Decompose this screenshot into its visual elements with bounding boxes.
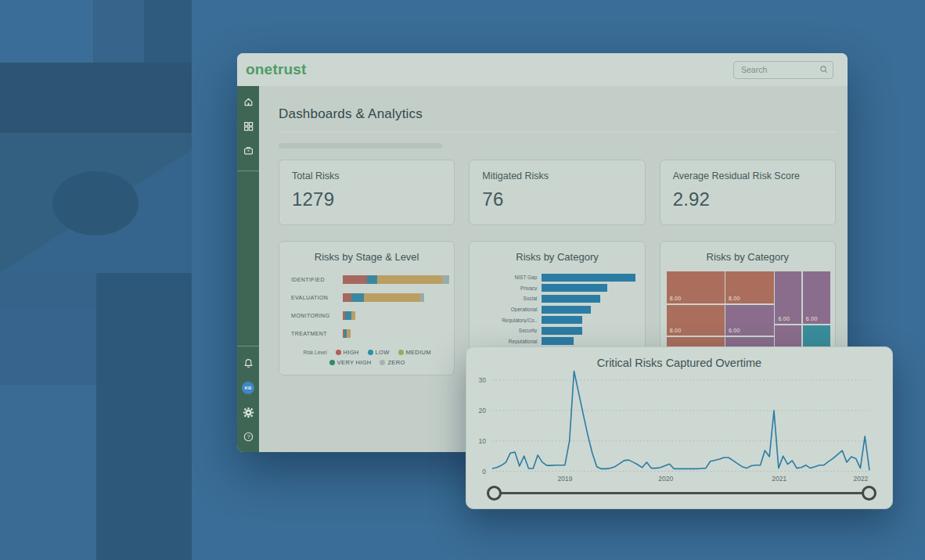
legend-dot (336, 350, 341, 355)
critical-risks-card: Critical Risks Captured Overtime 0102030… (466, 346, 893, 509)
backdrop-rect (96, 273, 192, 560)
category-bar-row: Privacy (476, 283, 635, 294)
treemap-cell: 8.00 (667, 305, 725, 336)
backdrop-rect (0, 385, 96, 560)
chart-title: Risks by Stage & Level (279, 251, 454, 263)
legend-label: VERY HIGH (337, 359, 372, 366)
legend-item: MEDIUM (398, 349, 431, 356)
backdrop-rect (0, 273, 96, 309)
y-axis-tick-label: 0 (482, 468, 486, 476)
sidebar-divider (237, 346, 259, 346)
category-bar (542, 306, 591, 314)
kpi-row: Total Risks 1279 Mitigated Risks 76 Aver… (279, 160, 836, 225)
treemap-cell: 6.00 (725, 305, 774, 336)
treemap-cell: 8.00 (725, 271, 774, 303)
category-label: Privacy (476, 285, 542, 291)
treemap-cell-value: 6.00 (806, 316, 818, 321)
category-label: Social (476, 296, 542, 301)
legend-item: VERY HIGH (329, 359, 372, 366)
time-range-slider-handle-left[interactable] (487, 486, 502, 501)
risk-level-legend: Risk LevelHIGHLOWMEDIUMVERY HIGHZERO (291, 343, 443, 366)
bar-segment-medium (347, 329, 351, 338)
kpi-label: Average Residual Risk Score (673, 171, 822, 181)
legend-dot (398, 350, 404, 355)
sidebar-bottom-group: KB (237, 344, 259, 443)
bar-segment-high (343, 293, 351, 302)
stacked-bar-row: EVALUATION (291, 289, 443, 307)
legend-item: ZERO (380, 359, 405, 366)
sidebar-nav: KB (237, 86, 259, 452)
search-box[interactable] (733, 61, 833, 79)
chart-title: Risks by Category (470, 251, 644, 263)
treemap-cell-value: 6.00 (778, 316, 790, 321)
stacked-bar-chart: IDENTIFIEDEVALUATIONMONITORINGTREATMENTR… (279, 263, 454, 366)
category-bar-row: Social (476, 293, 635, 304)
x-axis-tick-label: 2019 (558, 475, 573, 483)
briefcase-icon[interactable] (243, 145, 254, 156)
stage-label: MONITORING (291, 313, 343, 318)
user-avatar[interactable]: KB (242, 382, 254, 394)
bar-segment-medium (364, 293, 420, 302)
page-title: Dashboards & Analytics (279, 106, 836, 122)
line-series (492, 372, 869, 471)
category-bar-row: Reputational (476, 336, 635, 347)
category-label: Security (476, 328, 542, 333)
onetrust-logo: onetrust (246, 61, 307, 78)
stacked-bar (343, 311, 355, 320)
legend-dot (380, 360, 385, 365)
legend-item: LOW (368, 349, 390, 356)
line-chart: 01020302019202020212022 (466, 347, 894, 510)
time-range-slider-track[interactable] (494, 492, 869, 494)
kpi-card-mitigated-risks: Mitigated Risks 76 (469, 160, 645, 225)
time-range-slider-handle-right[interactable] (862, 486, 876, 501)
kpi-label: Total Risks (292, 171, 441, 181)
x-axis-tick-label: 2022 (853, 475, 868, 483)
treemap-cell: 6.00 (803, 271, 830, 324)
bar-segment-low (367, 275, 377, 284)
dashboard-grid-icon[interactable] (243, 120, 254, 132)
title-divider (279, 131, 836, 132)
backdrop-rect (0, 309, 96, 385)
stacked-bar-row: TREATMENT (291, 325, 443, 343)
backdrop-circle (52, 171, 139, 235)
category-label: NIST Gap (476, 275, 542, 280)
kpi-value: 2.92 (673, 188, 822, 210)
x-axis-tick-label: 2021 (772, 475, 786, 483)
category-label: Reputational (476, 339, 542, 344)
category-bar-row: NIST Gap (476, 272, 635, 283)
settings-gear-icon[interactable] (243, 407, 254, 418)
bar-segment-high (343, 275, 367, 284)
bar-segment-low (345, 311, 351, 320)
backdrop-rect (0, 63, 192, 133)
kpi-value: 76 (482, 188, 632, 210)
treemap-cell-value: 8.00 (670, 296, 682, 301)
legend-label: MEDIUM (406, 349, 431, 356)
bar-segment-medium (351, 311, 355, 320)
category-bar-chart: NIST GapPrivacySocialOperationalRegulato… (470, 263, 644, 357)
help-icon[interactable]: ? (243, 431, 254, 443)
search-icon (819, 64, 830, 75)
bar-segment-zero (420, 293, 424, 302)
legend-title: Risk Level (304, 350, 327, 355)
treemap-cell-value: 6.00 (729, 328, 740, 333)
legend-label: LOW (376, 349, 390, 356)
chart-card-stage-level: Risks by Stage & Level IDENTIFIEDEVALUAT… (279, 241, 455, 375)
kpi-label: Mitigated Risks (482, 171, 632, 181)
legend-dot (329, 360, 335, 365)
stacked-bar (343, 275, 449, 284)
stage-label: TREATMENT (291, 331, 343, 336)
stage-label: EVALUATION (291, 295, 343, 300)
stacked-bar-row: IDENTIFIED (291, 271, 443, 289)
stacked-bar-row: MONITORING (291, 307, 443, 325)
treemap-cell-value: 8.00 (729, 296, 740, 301)
bar-segment-medium (377, 275, 442, 284)
stacked-bar (343, 293, 424, 302)
top-bar: onetrust (237, 53, 848, 86)
home-icon[interactable] (243, 96, 254, 108)
chart-title: Risks by Category (660, 251, 835, 263)
treemap-cell: 6.00 (775, 271, 801, 324)
category-bar (542, 337, 574, 345)
y-axis-tick-label: 30 (479, 376, 487, 384)
notifications-bell-icon[interactable] (243, 357, 254, 369)
breadcrumb-placeholder (279, 143, 442, 149)
